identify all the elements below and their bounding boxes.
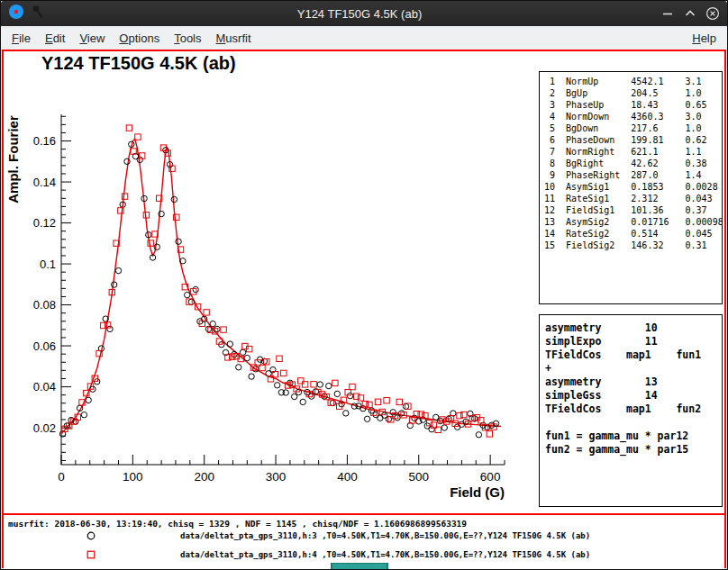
- data-point-circle: [364, 416, 369, 421]
- param-row: 8 BgRight 42.62 0.38: [544, 158, 722, 169]
- param-row: 6 PhaseDown 199.81 0.62: [544, 134, 722, 146]
- y-tick-label: 0.14: [33, 176, 56, 189]
- param-row: 11 RateSig1 2.312 0.043: [544, 193, 722, 204]
- data-point-circle: [476, 432, 481, 438]
- y-tick-label: 0.16: [33, 134, 56, 148]
- app-window: Y124 TF150G 4.5K (ab) File Edit View Opt…: [0, 0, 728, 570]
- data-point-circle: [275, 383, 280, 388]
- menu-file[interactable]: File: [5, 28, 38, 49]
- legend-label: data/deltat_pta_gps_3110,h:3 ,T0=4.50K,T…: [180, 531, 590, 540]
- theory-box[interactable]: asymmetry 10 simplExpo 11 TFieldCos map1…: [539, 314, 723, 507]
- close-button[interactable]: [705, 6, 720, 21]
- data-point-circle: [309, 394, 314, 399]
- data-point-circle: [81, 412, 86, 418]
- titlebar-left: [8, 4, 80, 23]
- x-tick-label: 100: [123, 470, 143, 484]
- fourier-plot[interactable]: 01002003004005006000.020.040.060.080.10.…: [4, 51, 537, 513]
- data-point-circle: [188, 299, 194, 304]
- data-point-circle: [403, 403, 408, 409]
- data-point-square: [332, 380, 338, 385]
- data-point-circle: [429, 427, 434, 432]
- data-point-circle: [124, 158, 130, 164]
- legend-label: data/deltat_pta_gps_3110,h:4 ,T0=4.50K,T…: [180, 550, 590, 559]
- param-row: 7 NormRight 621.1 1.1: [544, 146, 722, 158]
- data-point-square: [375, 399, 380, 404]
- y-tick-label: 0.1: [40, 258, 56, 271]
- legend-entry: data/deltat_pta_gps_3110,h:3 ,T0=4.50K,T…: [85, 529, 590, 542]
- legend-entry: data/deltat_pta_gps_3110,h:4 ,T0=4.50K,T…: [85, 548, 590, 561]
- data-point-circle: [378, 415, 383, 421]
- parameter-box[interactable]: 1 NormUp 4542.1 3.1 2 BgUp 204.5 1.0 3 P…: [539, 71, 723, 304]
- legend-pad[interactable]: musrfit: 2018-06-30, 13:19:40, chisq = 1…: [4, 515, 724, 569]
- data-point-circle: [343, 411, 349, 416]
- param-row: 5 BgDown 217.6 1.0: [544, 122, 722, 134]
- pin-icon[interactable]: [32, 5, 44, 23]
- data-point-circle: [334, 391, 340, 396]
- data-point-circle: [386, 416, 391, 421]
- param-row: 12 FieldSig1 101.36 0.37: [544, 204, 722, 216]
- param-row: 4 NormDown 4360.3 3.0: [544, 111, 722, 122]
- x-tick-label: 400: [337, 470, 358, 484]
- param-row: 2 BgUp 204.5 1.0: [544, 87, 722, 99]
- minimize-button[interactable]: [660, 6, 675, 21]
- data-point-square: [487, 431, 492, 437]
- x-tick-label: 0: [58, 470, 65, 484]
- data-point-square: [298, 378, 304, 384]
- taskbar-sliver: [331, 563, 388, 569]
- y-tick-label: 0.04: [33, 380, 56, 394]
- data-point-square: [350, 384, 355, 389]
- data-point-square: [221, 327, 226, 332]
- x-tick-label: 600: [480, 470, 501, 484]
- root-canvas: Y124 TF150G 4.5K (ab) 010020030040050060…: [2, 50, 726, 568]
- menu-help[interactable]: Help: [685, 28, 723, 49]
- param-row: 3 PhaseUp 18.43 0.65: [544, 99, 722, 111]
- titlebar[interactable]: Y124 TF150G 4.5K (ab): [1, 1, 727, 26]
- param-row: 9 PhaseRight 287.0 1.4: [544, 169, 722, 181]
- data-point-square: [204, 310, 209, 315]
- data-point-circle: [154, 244, 159, 249]
- menu-options[interactable]: Options: [112, 28, 167, 49]
- maximize-button[interactable]: [683, 6, 697, 21]
- param-row: 15 FieldSig2 146.32 0.31: [544, 240, 722, 251]
- app-icon: [8, 4, 24, 23]
- data-point-square: [418, 412, 423, 417]
- data-point-square: [311, 382, 316, 387]
- data-point-square: [281, 370, 287, 375]
- data-point-circle: [240, 349, 245, 355]
- data-point-circle: [115, 267, 121, 273]
- data-point-circle: [454, 424, 460, 430]
- menu-musrfit[interactable]: Musrfit: [209, 28, 259, 49]
- x-tick-label: 200: [194, 470, 214, 484]
- data-point-square: [302, 382, 307, 387]
- data-point-circle: [326, 383, 332, 388]
- data-point-circle: [249, 374, 254, 379]
- data-point-circle: [244, 355, 250, 360]
- data-point-circle: [292, 394, 297, 399]
- data-point-square: [126, 125, 132, 131]
- legend-square-marker: [85, 548, 97, 561]
- data-point-circle: [185, 292, 190, 297]
- x-axis-title: Field (G): [450, 484, 505, 500]
- menu-edit[interactable]: Edit: [38, 28, 72, 49]
- data-point-circle: [214, 326, 220, 331]
- menu-tools[interactable]: Tools: [167, 28, 208, 49]
- main-pad[interactable]: Y124 TF150G 4.5K (ab) 010020030040050060…: [4, 51, 724, 515]
- data-point-circle: [112, 282, 117, 287]
- data-point-circle: [300, 399, 305, 404]
- legend-circle-marker: [85, 529, 97, 542]
- param-row: 14 RateSig2 0.514 0.045: [544, 228, 722, 240]
- y-tick-label: 0.02: [33, 421, 56, 435]
- data-point-circle: [236, 365, 241, 370]
- param-row: 13 AsymSig2 0.01716 0.00098: [544, 216, 722, 228]
- x-tick-label: 500: [409, 470, 430, 484]
- y-tick-label: 0.06: [33, 339, 56, 353]
- param-row: 1 NormUp 4542.1 3.1: [544, 76, 722, 87]
- x-tick-label: 300: [266, 470, 287, 484]
- data-point-circle: [347, 393, 352, 398]
- data-point-circle: [86, 397, 91, 403]
- window-title: Y124 TF150G 4.5K (ab): [80, 7, 639, 21]
- menubar: File Edit View Options Tools Musrfit Hel…: [1, 26, 727, 50]
- data-point-circle: [283, 390, 288, 395]
- menu-view[interactable]: View: [72, 28, 112, 49]
- data-point-square: [358, 395, 363, 401]
